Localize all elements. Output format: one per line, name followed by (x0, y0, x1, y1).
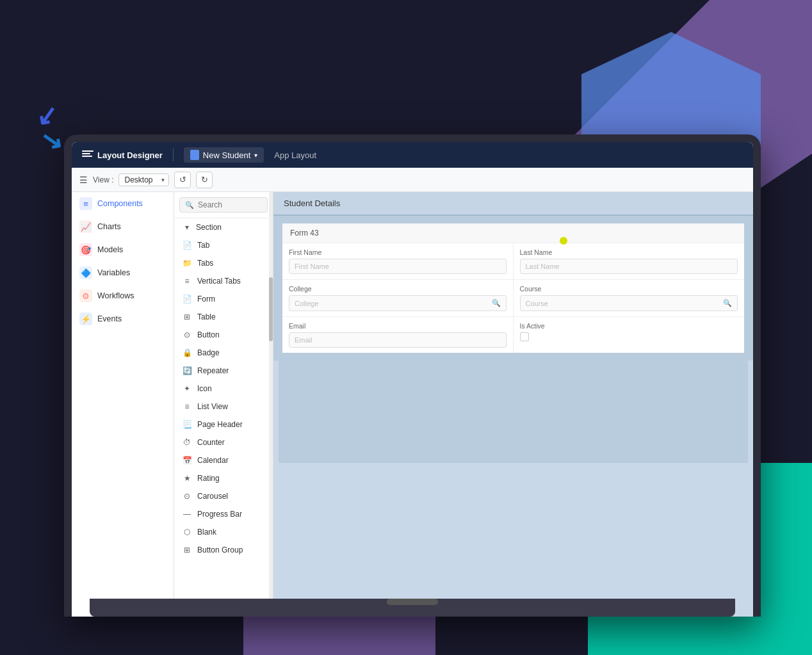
button-group-icon: ⊞ (182, 545, 192, 555)
form-wrapper: Form 43 First Name First Name (273, 216, 753, 360)
sidebar-item-components[interactable]: ≡ Components (72, 192, 174, 215)
search-box: 🔍 (174, 192, 273, 218)
chevron-down-icon: ▾ (254, 152, 257, 159)
comp-item-icon[interactable]: ✦ Icon (174, 380, 273, 398)
toolbar-row: ☰ View : Desktop Mobile Tablet ↺ ↻ (72, 168, 753, 192)
nav-divider (173, 149, 174, 161)
new-student-button[interactable]: New Student ▾ (184, 147, 264, 163)
redo-button[interactable]: ↻ (196, 172, 213, 188)
comp-item-carousel[interactable]: ⊙ Carousel (174, 487, 273, 505)
comp-item-blank[interactable]: ⬡ Blank (174, 523, 273, 541)
laptop-base (90, 599, 735, 617)
variables-icon: 🔷 (79, 266, 92, 279)
first-name-input[interactable]: First Name (289, 259, 507, 274)
icon-icon: ✦ (182, 384, 192, 394)
rating-icon: ★ (182, 473, 192, 483)
page-header-icon: 📃 (182, 419, 192, 430)
sidebar-item-events[interactable]: ⚡ Events (72, 307, 174, 330)
sidebar-item-variables[interactable]: 🔷 Variables (72, 261, 174, 284)
sidebar-item-workflows[interactable]: ⚙ Workflows (72, 284, 174, 307)
comp-item-rating[interactable]: ★ Rating (174, 469, 273, 487)
field-email: Email Email (282, 317, 514, 353)
comp-item-repeater[interactable]: 🔄 Repeater (174, 362, 273, 380)
tab-icon: 📄 (182, 240, 192, 250)
field-course: Course Course 🔍 (514, 280, 745, 316)
badge-icon: 🔒 (182, 348, 192, 358)
view-select-wrap[interactable]: Desktop Mobile Tablet (118, 174, 169, 186)
bottom-canvas-section (279, 360, 748, 463)
field-first-name: First Name First Name (282, 243, 514, 279)
college-search-icon[interactable]: 🔍 (492, 299, 501, 307)
comp-item-section[interactable]: ▾ Section (174, 218, 273, 236)
tabs-icon: 📁 (182, 258, 192, 268)
app-layout-label: App Layout (274, 150, 316, 160)
comp-item-counter[interactable]: ⏱ Counter (174, 433, 273, 451)
events-icon: ⚡ (79, 312, 92, 325)
sidebar-item-charts[interactable]: 📈 Charts (72, 215, 174, 238)
scrollbar-track[interactable] (269, 192, 273, 617)
hamburger-icon: ☰ (79, 175, 88, 185)
form-container: Form 43 First Name First Name (282, 223, 744, 353)
form-title: Form 43 (282, 223, 744, 243)
sidebar-item-models[interactable]: 🎯 Models (72, 238, 174, 261)
form-icon: 📄 (182, 294, 192, 304)
calendar-icon: 📅 (182, 455, 192, 465)
field-college: College College 🔍 (282, 280, 514, 316)
counter-icon: ⏱ (182, 437, 192, 448)
email-input[interactable]: Email (289, 332, 507, 348)
is-active-checkbox[interactable] (520, 332, 529, 341)
comp-item-tab[interactable]: 📄 Tab (174, 236, 273, 254)
course-search-icon[interactable]: 🔍 (723, 299, 732, 307)
comp-item-button-group[interactable]: ⊞ Button Group (174, 541, 273, 559)
app-title: Layout Designer (82, 150, 163, 160)
components-icon: ≡ (79, 197, 92, 210)
list-view-icon: ≡ (182, 401, 192, 412)
college-input[interactable]: College 🔍 (289, 295, 507, 311)
form-row-3: Email Email Is Active (282, 317, 744, 353)
models-icon: 🎯 (79, 243, 92, 256)
section-icon: ▾ (182, 222, 192, 232)
form-row-1: First Name First Name Last Name Last Nam… (282, 243, 744, 280)
components-panel: 🔍 ▾ Section 📄 Tab 📁 Tabs (174, 192, 273, 617)
form-row-2: College College 🔍 Course Cours (282, 280, 744, 317)
field-is-active: Is Active (514, 317, 745, 353)
course-input[interactable]: Course 🔍 (520, 295, 738, 311)
workflows-icon: ⚙ (79, 289, 92, 302)
top-nav: Layout Designer New Student ▾ App Layout (72, 142, 753, 168)
sidebar: ≡ Components 📈 Charts 🎯 Models 🔷 Variabl… (72, 192, 174, 617)
search-input-wrap[interactable]: 🔍 (179, 197, 268, 213)
search-input[interactable] (198, 200, 262, 209)
comp-item-badge[interactable]: 🔒 Badge (174, 344, 273, 362)
comp-item-form[interactable]: 📄 Form (174, 290, 273, 308)
charts-icon: 📈 (79, 220, 92, 233)
search-icon: 🔍 (185, 201, 194, 209)
scrollbar-thumb[interactable] (269, 277, 273, 341)
laptop-outer: Layout Designer New Student ▾ App Layout… (64, 134, 761, 617)
blank-icon: ⬡ (182, 527, 192, 537)
comp-item-button[interactable]: ⊙ Button (174, 326, 273, 344)
laptop-screen: Layout Designer New Student ▾ App Layout… (72, 142, 753, 617)
view-label: View : (93, 175, 113, 184)
comp-item-vertical-tabs[interactable]: ≡ Vertical Tabs (174, 272, 273, 290)
logo-mark: ↙↘ (34, 101, 64, 156)
student-section: Student Details Form 43 First Name (273, 192, 753, 463)
last-name-input[interactable]: Last Name (520, 259, 738, 274)
carousel-icon: ⊙ (182, 491, 192, 501)
laptop-notch (387, 599, 438, 605)
comp-item-calendar[interactable]: 📅 Calendar (174, 451, 273, 469)
brand-icon (82, 150, 93, 159)
undo-button[interactable]: ↺ (174, 172, 191, 188)
section-header: Student Details (273, 192, 753, 216)
main-content: ≡ Components 📈 Charts 🎯 Models 🔷 Variabl… (72, 192, 753, 617)
vertical-tabs-icon: ≡ (182, 276, 192, 286)
repeater-icon: 🔄 (182, 366, 192, 376)
view-select[interactable]: Desktop Mobile Tablet (118, 174, 169, 186)
comp-item-progress-bar[interactable]: — Progress Bar (174, 505, 273, 523)
comp-item-page-header[interactable]: 📃 Page Header (174, 416, 273, 433)
canvas-area: Student Details Form 43 First Name (273, 192, 753, 617)
comp-item-tabs[interactable]: 📁 Tabs (174, 254, 273, 272)
comp-item-table[interactable]: ⊞ Table (174, 308, 273, 326)
comp-item-list-view[interactable]: ≡ List View (174, 398, 273, 416)
progress-bar-icon: — (182, 509, 192, 519)
document-icon (190, 150, 199, 160)
